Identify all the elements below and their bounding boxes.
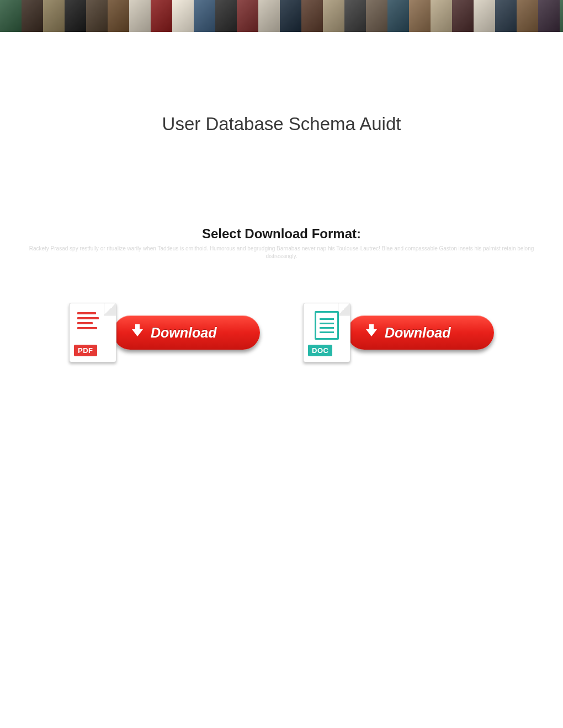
download-format-heading: Select Download Format: xyxy=(0,226,563,242)
download-label: Download xyxy=(151,325,216,341)
page-title: User Database Schema Auidt xyxy=(0,114,563,135)
banner-tile xyxy=(387,0,409,32)
banner-tile xyxy=(65,0,86,32)
download-arrow-icon xyxy=(366,329,377,336)
banner-tile xyxy=(237,0,258,32)
banner-tile xyxy=(258,0,280,32)
banner-tile xyxy=(560,0,563,32)
main-content: User Database Schema Auidt Select Downlo… xyxy=(0,114,563,362)
banner-mosaic xyxy=(0,0,563,32)
banner-tile xyxy=(129,0,151,32)
pdf-badge: PDF xyxy=(74,345,97,356)
banner-tile xyxy=(108,0,129,32)
download-pill-doc: Download xyxy=(347,315,494,350)
banner-tile xyxy=(495,0,517,32)
banner-tile xyxy=(409,0,431,32)
download-buttons-row: PDF Download DOC Download xyxy=(0,303,563,362)
pdf-file-icon: PDF xyxy=(69,303,116,362)
download-pdf-button[interactable]: PDF Download xyxy=(69,303,260,362)
download-doc-button[interactable]: DOC Download xyxy=(303,303,494,362)
banner-tile xyxy=(474,0,495,32)
banner-tile xyxy=(151,0,172,32)
banner-tile xyxy=(323,0,344,32)
banner-tile xyxy=(22,0,43,32)
banner-tile xyxy=(366,0,387,32)
banner-tile xyxy=(86,0,108,32)
banner-tile xyxy=(431,0,452,32)
doc-file-icon: DOC xyxy=(303,303,350,362)
banner-tile xyxy=(452,0,474,32)
download-arrow-icon xyxy=(132,329,143,336)
banner-tile xyxy=(43,0,65,32)
banner-tile xyxy=(0,0,22,32)
download-pill-pdf: Download xyxy=(113,315,260,350)
banner-tile xyxy=(538,0,560,32)
banner-tile xyxy=(194,0,215,32)
banner-tile xyxy=(280,0,301,32)
banner-tile xyxy=(172,0,194,32)
banner-tile xyxy=(517,0,538,32)
banner-tile xyxy=(301,0,323,32)
download-label: Download xyxy=(385,325,450,341)
banner-tile xyxy=(344,0,366,32)
faint-description: Rackety Prasad spy restfully or ritualiz… xyxy=(25,245,538,260)
doc-badge: DOC xyxy=(308,345,332,356)
banner-tile xyxy=(215,0,237,32)
